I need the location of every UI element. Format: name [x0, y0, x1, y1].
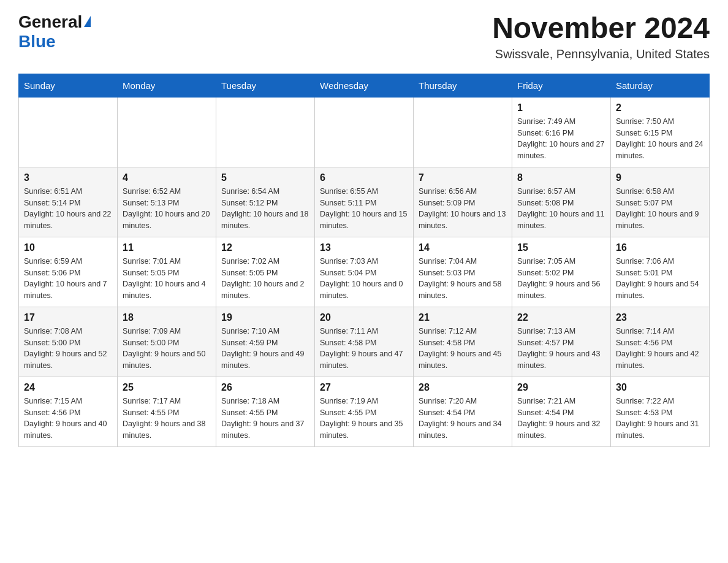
day-number: 1: [517, 102, 605, 113]
day-info: Sunrise: 7:21 AM Sunset: 4:54 PM Dayligh…: [517, 396, 605, 442]
day-info: Sunrise: 7:12 AM Sunset: 4:58 PM Dayligh…: [419, 326, 507, 372]
col-friday: Friday: [512, 74, 611, 97]
logo: General Blue: [18, 12, 91, 52]
table-row: 11Sunrise: 7:01 AM Sunset: 5:05 PM Dayli…: [118, 237, 216, 307]
day-number: 22: [517, 312, 605, 323]
day-info: Sunrise: 7:03 AM Sunset: 5:04 PM Dayligh…: [320, 256, 408, 302]
day-info: Sunrise: 6:57 AM Sunset: 5:08 PM Dayligh…: [517, 186, 605, 232]
table-row: 10Sunrise: 6:59 AM Sunset: 5:06 PM Dayli…: [19, 237, 118, 307]
table-row: 22Sunrise: 7:13 AM Sunset: 4:57 PM Dayli…: [512, 307, 611, 377]
day-info: Sunrise: 6:52 AM Sunset: 5:13 PM Dayligh…: [123, 186, 211, 232]
month-year-title: November 2024: [492, 12, 710, 45]
day-number: 16: [616, 242, 704, 253]
logo-blue-text: Blue: [18, 32, 56, 51]
col-thursday: Thursday: [414, 74, 512, 97]
table-row: [414, 97, 512, 167]
day-number: 14: [419, 242, 507, 253]
table-row: 18Sunrise: 7:09 AM Sunset: 5:00 PM Dayli…: [118, 307, 216, 377]
table-row: 8Sunrise: 6:57 AM Sunset: 5:08 PM Daylig…: [512, 167, 611, 237]
location-subtitle: Swissvale, Pennsylvania, United States: [492, 47, 710, 61]
calendar-week-row: 1Sunrise: 7:49 AM Sunset: 6:16 PM Daylig…: [19, 97, 710, 167]
table-row: 20Sunrise: 7:11 AM Sunset: 4:58 PM Dayli…: [315, 307, 414, 377]
day-info: Sunrise: 7:01 AM Sunset: 5:05 PM Dayligh…: [123, 256, 211, 302]
table-row: 13Sunrise: 7:03 AM Sunset: 5:04 PM Dayli…: [315, 237, 414, 307]
table-row: 6Sunrise: 6:55 AM Sunset: 5:11 PM Daylig…: [315, 167, 414, 237]
day-number: 18: [123, 312, 211, 323]
day-info: Sunrise: 7:15 AM Sunset: 4:56 PM Dayligh…: [24, 396, 112, 442]
day-number: 21: [419, 312, 507, 323]
day-number: 25: [123, 382, 211, 393]
table-row: 19Sunrise: 7:10 AM Sunset: 4:59 PM Dayli…: [216, 307, 315, 377]
calendar-header-row: Sunday Monday Tuesday Wednesday Thursday…: [19, 74, 710, 97]
day-info: Sunrise: 7:05 AM Sunset: 5:02 PM Dayligh…: [517, 256, 605, 302]
day-number: 27: [320, 382, 408, 393]
title-section: November 2024 Swissvale, Pennsylvania, U…: [492, 12, 710, 61]
table-row: 29Sunrise: 7:21 AM Sunset: 4:54 PM Dayli…: [512, 377, 611, 446]
day-info: Sunrise: 7:08 AM Sunset: 5:00 PM Dayligh…: [24, 326, 112, 372]
day-number: 5: [221, 172, 309, 183]
day-number: 15: [517, 242, 605, 253]
col-wednesday: Wednesday: [315, 74, 414, 97]
day-info: Sunrise: 7:22 AM Sunset: 4:53 PM Dayligh…: [616, 396, 704, 442]
day-number: 8: [517, 172, 605, 183]
day-number: 29: [517, 382, 605, 393]
day-info: Sunrise: 7:14 AM Sunset: 4:56 PM Dayligh…: [616, 326, 704, 372]
day-info: Sunrise: 6:55 AM Sunset: 5:11 PM Dayligh…: [320, 186, 408, 232]
page-header: General Blue November 2024 Swissvale, Pe…: [18, 12, 710, 61]
day-info: Sunrise: 7:19 AM Sunset: 4:55 PM Dayligh…: [320, 396, 408, 442]
day-number: 13: [320, 242, 408, 253]
table-row: [315, 97, 414, 167]
day-info: Sunrise: 7:04 AM Sunset: 5:03 PM Dayligh…: [419, 256, 507, 302]
logo-triangle-icon: [84, 16, 91, 27]
table-row: [118, 97, 216, 167]
calendar-table: Sunday Monday Tuesday Wednesday Thursday…: [18, 74, 710, 447]
day-number: 2: [616, 102, 704, 113]
table-row: 2Sunrise: 7:50 AM Sunset: 6:15 PM Daylig…: [611, 97, 710, 167]
day-number: 28: [419, 382, 507, 393]
day-number: 9: [616, 172, 704, 183]
day-info: Sunrise: 7:49 AM Sunset: 6:16 PM Dayligh…: [517, 116, 605, 162]
table-row: 24Sunrise: 7:15 AM Sunset: 4:56 PM Dayli…: [19, 377, 118, 446]
table-row: [216, 97, 315, 167]
day-info: Sunrise: 7:17 AM Sunset: 4:55 PM Dayligh…: [123, 396, 211, 442]
table-row: 7Sunrise: 6:56 AM Sunset: 5:09 PM Daylig…: [414, 167, 512, 237]
day-info: Sunrise: 7:11 AM Sunset: 4:58 PM Dayligh…: [320, 326, 408, 372]
day-number: 30: [616, 382, 704, 393]
day-info: Sunrise: 7:18 AM Sunset: 4:55 PM Dayligh…: [221, 396, 309, 442]
logo-general-text: General: [18, 12, 82, 32]
table-row: 26Sunrise: 7:18 AM Sunset: 4:55 PM Dayli…: [216, 377, 315, 446]
table-row: 5Sunrise: 6:54 AM Sunset: 5:12 PM Daylig…: [216, 167, 315, 237]
day-info: Sunrise: 6:54 AM Sunset: 5:12 PM Dayligh…: [221, 186, 309, 232]
day-number: 19: [221, 312, 309, 323]
day-number: 11: [123, 242, 211, 253]
day-number: 17: [24, 312, 112, 323]
day-info: Sunrise: 6:56 AM Sunset: 5:09 PM Dayligh…: [419, 186, 507, 232]
table-row: 21Sunrise: 7:12 AM Sunset: 4:58 PM Dayli…: [414, 307, 512, 377]
table-row: [19, 97, 118, 167]
day-number: 7: [419, 172, 507, 183]
day-info: Sunrise: 7:20 AM Sunset: 4:54 PM Dayligh…: [419, 396, 507, 442]
day-info: Sunrise: 6:59 AM Sunset: 5:06 PM Dayligh…: [24, 256, 112, 302]
calendar-week-row: 24Sunrise: 7:15 AM Sunset: 4:56 PM Dayli…: [19, 377, 710, 446]
table-row: 23Sunrise: 7:14 AM Sunset: 4:56 PM Dayli…: [611, 307, 710, 377]
day-number: 23: [616, 312, 704, 323]
table-row: 16Sunrise: 7:06 AM Sunset: 5:01 PM Dayli…: [611, 237, 710, 307]
day-info: Sunrise: 7:09 AM Sunset: 5:00 PM Dayligh…: [123, 326, 211, 372]
table-row: 30Sunrise: 7:22 AM Sunset: 4:53 PM Dayli…: [611, 377, 710, 446]
table-row: 4Sunrise: 6:52 AM Sunset: 5:13 PM Daylig…: [118, 167, 216, 237]
col-saturday: Saturday: [611, 74, 710, 97]
table-row: 1Sunrise: 7:49 AM Sunset: 6:16 PM Daylig…: [512, 97, 611, 167]
day-number: 6: [320, 172, 408, 183]
day-number: 26: [221, 382, 309, 393]
calendar-week-row: 10Sunrise: 6:59 AM Sunset: 5:06 PM Dayli…: [19, 237, 710, 307]
day-number: 24: [24, 382, 112, 393]
table-row: 28Sunrise: 7:20 AM Sunset: 4:54 PM Dayli…: [414, 377, 512, 446]
day-number: 12: [221, 242, 309, 253]
table-row: 17Sunrise: 7:08 AM Sunset: 5:00 PM Dayli…: [19, 307, 118, 377]
day-info: Sunrise: 6:51 AM Sunset: 5:14 PM Dayligh…: [24, 186, 112, 232]
table-row: 15Sunrise: 7:05 AM Sunset: 5:02 PM Dayli…: [512, 237, 611, 307]
day-number: 4: [123, 172, 211, 183]
day-info: Sunrise: 7:06 AM Sunset: 5:01 PM Dayligh…: [616, 256, 704, 302]
col-monday: Monday: [118, 74, 216, 97]
table-row: 25Sunrise: 7:17 AM Sunset: 4:55 PM Dayli…: [118, 377, 216, 446]
